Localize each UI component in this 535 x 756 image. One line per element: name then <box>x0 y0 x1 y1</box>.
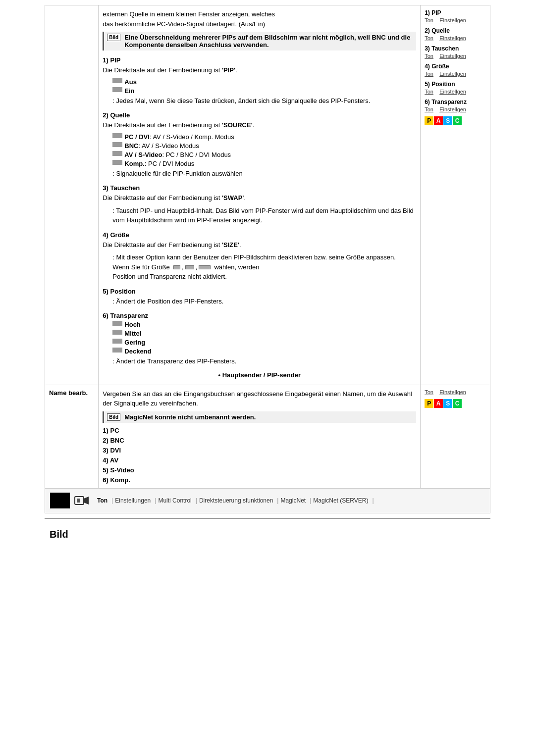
nav-einstellgen-6[interactable]: Einstellgen <box>439 106 466 112</box>
nav-title-6: 6) Transparenz <box>425 99 486 105</box>
nav-ton-2[interactable]: Ton <box>425 35 433 41</box>
section-4-groesse: 4) Größe <box>103 231 416 239</box>
left-label-cell <box>45 5 99 385</box>
nav-sep-1: | <box>111 497 113 504</box>
table-row-name: Name bearb. Vergeben Sie an das an die E… <box>45 385 490 488</box>
icon-q4 <box>112 160 122 165</box>
nav-item-ton[interactable]: Ton <box>97 497 107 504</box>
tauschen-description: Die Direkttaste auf der Fernbedienung is… <box>103 193 416 203</box>
pasc-a-2: A <box>434 399 443 408</box>
transparenz-gering: Gering <box>112 339 416 346</box>
bild-note-pip: Bild Eine Überschneidung mehrerer PIPs a… <box>103 32 416 50</box>
bullet-aus: Aus <box>112 78 416 86</box>
nav-ton-4[interactable]: Ton <box>425 71 433 77</box>
nav-item-magicnet[interactable]: MagicNet <box>280 497 306 504</box>
transparenz-items: Hoch Mittel Gering Deckend <box>112 321 416 355</box>
nav-links-name: Ton Einstellgen <box>425 389 486 395</box>
pip-items: Aus Ein <box>112 78 416 95</box>
nav-einstellgen-4[interactable]: Einstellgen <box>439 71 466 77</box>
nav-item-direktsteuerung[interactable]: Direktsteuerung sfunktionen <box>199 497 273 504</box>
content-cell-pip: externen Quelle in einem kleinen Fenster… <box>99 5 421 385</box>
tauschen-note: : Tauscht PIP- und Hauptbild-Inhalt. Das… <box>112 206 416 225</box>
page-wrapper: externen Quelle in einem kleinen Fenster… <box>0 0 535 560</box>
q4-label: Komp.: PC / DVI Modus <box>124 160 194 167</box>
intro-text-1: externen Quelle in einem kleinen Fenster… <box>103 9 416 29</box>
transparenz-note: : Ändert die Transparenz des PIP-Fenster… <box>112 356 416 366</box>
nav-ton-3[interactable]: Ton <box>425 53 433 59</box>
section-2-quelle: 2) Quelle <box>103 111 416 119</box>
section-6-transparenz: 6) Transparenz <box>103 312 416 319</box>
svg-rect-2 <box>77 499 80 503</box>
pasc-a: A <box>434 116 443 125</box>
section-1-pip: 1) PIP <box>103 56 416 64</box>
nav-einstellgen-1[interactable]: Einstellgen <box>439 17 466 23</box>
footer-title: Bild <box>50 529 485 540</box>
nav-4-groesse: 4) Größe Ton Einstellgen <box>425 63 486 77</box>
name-item-2: 2) BNC <box>103 437 416 444</box>
pasc-s: S <box>443 116 452 125</box>
nav-links-2: Ton Einstellgen <box>425 35 486 41</box>
section-5-position: 5) Position <box>103 288 416 295</box>
nav-title-2: 2) Quelle <box>425 27 486 34</box>
nav-einstellgen-2[interactable]: Einstellgen <box>439 35 466 41</box>
icon-gering <box>112 339 122 344</box>
nav-title-1: 1) PIP <box>425 9 486 16</box>
icon-q2 <box>112 142 122 147</box>
nav-links-3: Ton Einstellgen <box>425 53 486 59</box>
size-icons: , , <box>173 262 211 272</box>
bild-note-text-2: MagicNet konnte nicht umbenannt werden. <box>124 413 256 421</box>
nav-sep-3: | <box>196 497 197 504</box>
svg-marker-1 <box>84 497 89 504</box>
nav-title-4: 4) Größe <box>425 63 486 70</box>
bild-note-name: Bild MagicNet konnte nicht umbenannt wer… <box>103 411 416 423</box>
icon-q3 <box>112 151 122 156</box>
right-nav-name: Ton Einstellgen P A S C <box>421 385 490 488</box>
nav-item-magicnet-server[interactable]: MagicNet (SERVER) <box>313 497 368 504</box>
pasc-s-2: S <box>443 399 452 408</box>
bild-note-text: Eine Überschneidung mehrerer PIPs auf de… <box>124 34 413 49</box>
name-item-1: 1) PC <box>103 427 416 434</box>
content-cell-name: Vergeben Sie an das an die Eingangsbuchs… <box>99 385 421 488</box>
quelle-item-4: Komp.: PC / DVI Modus <box>112 160 416 167</box>
name-intro: Vergeben Sie an das an die Eingangsbuchs… <box>103 389 416 408</box>
quelle-item-1: PC / DVI: AV / S-Video / Komp. Modus <box>112 133 416 141</box>
nav-title-5: 5) Position <box>425 81 486 88</box>
main-content-table: externen Quelle in einem kleinen Fenster… <box>45 5 490 489</box>
nav-links-5: Ton Einstellgen <box>425 89 486 95</box>
transparenz-deckend: Deckend <box>112 348 416 355</box>
nav-ton-5[interactable]: Ton <box>425 89 433 95</box>
nav-ton-1[interactable]: Ton <box>425 17 433 23</box>
nav-item-einstellungen[interactable]: Einstellungen <box>115 497 151 504</box>
nav-items-list: Ton | Einstellungen | Multi Control | Di… <box>97 497 376 504</box>
mittel-label: Mittel <box>124 330 141 337</box>
nav-einstellgen-3[interactable]: Einstellgen <box>439 53 466 59</box>
nav-1-pip: 1) PIP Ton Einstellgen <box>425 9 486 23</box>
table-row: externen Quelle in einem kleinen Fenster… <box>45 5 490 385</box>
nav-ton-name[interactable]: Ton <box>425 389 433 395</box>
hoch-label: Hoch <box>124 321 141 328</box>
nav-ton-6[interactable]: Ton <box>425 106 433 112</box>
nav-einstellgen-name[interactable]: Einstellgen <box>439 389 466 395</box>
pasc-c-2: C <box>453 399 462 408</box>
bottom-nav-bar: Ton | Einstellungen | Multi Control | Di… <box>45 489 490 513</box>
bild-label-2: Bild <box>107 413 120 421</box>
q2-label: BNC: AV / S-Video Modus <box>124 142 199 150</box>
name-item-6: 6) Komp. <box>103 476 416 484</box>
quelle-items: PC / DVI: AV / S-Video / Komp. Modus BNC… <box>112 133 416 167</box>
nav-einstellgen-5[interactable]: Einstellgen <box>439 89 466 95</box>
icon-ein <box>112 87 122 92</box>
nav-name-links: Ton Einstellgen <box>425 389 486 395</box>
quelle-description: Die Direkttaste auf der Fernbedienung is… <box>103 120 416 130</box>
size-small-icon <box>173 265 180 269</box>
quelle-item-2: BNC: AV / S-Video Modus <box>112 142 416 150</box>
name-items-list: 1) PC 2) BNC 3) DVI 4) AV 5) S-Video 6) … <box>103 427 416 484</box>
bullet-ein: Ein <box>112 87 416 95</box>
transparenz-mittel: Mittel <box>112 330 416 337</box>
name-item-3: 3) DVI <box>103 447 416 454</box>
nav-logo-black <box>50 493 70 508</box>
nav-sep-2: | <box>155 497 156 504</box>
nav-item-multicontrol[interactable]: Multi Control <box>158 497 191 504</box>
nav-links-1: Ton Einstellgen <box>425 17 486 23</box>
name-item-4: 4) AV <box>103 456 416 464</box>
quelle-item-3: AV / S-Video: PC / BNC / DVI Modus <box>112 151 416 158</box>
